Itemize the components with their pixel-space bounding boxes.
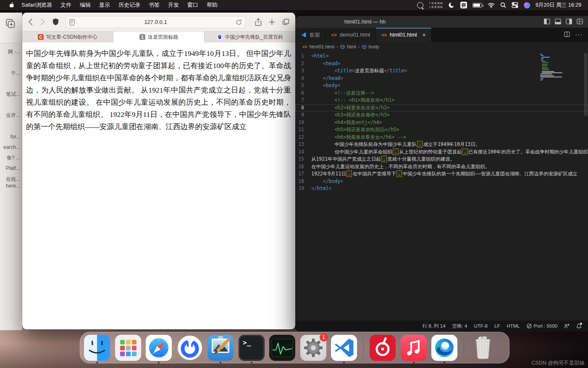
input-method-icon[interactable]: 拼 [460, 2, 467, 8]
dock-netease-music-icon[interactable] [370, 335, 396, 361]
split-editor-icon[interactable] [564, 31, 570, 39]
language-mode[interactable]: HTML [507, 323, 520, 328]
code-line[interactable]: 7 <!-- <h1>我喜欢你</h1> [295, 97, 588, 104]
spotlight-search-icon[interactable] [500, 2, 506, 8]
dock-finder-icon[interactable] [84, 335, 110, 361]
tab-welcome[interactable]: 欢迎 [295, 28, 326, 42]
dock-terminal-icon[interactable]: >_ [239, 335, 265, 361]
eol-setting[interactable]: LF [494, 323, 500, 328]
tab-page-title[interactable]: 1 这是页面标题 [113, 32, 205, 42]
menu-bar-clock[interactable]: 9月20日 周三 16:29 [536, 2, 581, 9]
background-list-item[interactable]: for... [10, 133, 20, 140]
code-line[interactable]: 11 <h5>我还是喜欢吃甜品</h5> [295, 126, 588, 134]
menu-item[interactable]: 历史记录 [114, 0, 144, 10]
network-speed[interactable]: ↑ 0.5 K/s↓ 0.5 K/s [429, 1, 443, 9]
menu-item[interactable]: Safari浏览器 [17, 0, 56, 10]
dock-edge-icon[interactable] [431, 335, 457, 361]
background-list-item[interactable]: 在线... [6, 176, 20, 183]
control-center-icon[interactable] [512, 2, 518, 8]
code-line[interactable]: 15从1921年中国共产党成立之日起，党就十分重视儿童组织的建设。 [295, 156, 588, 163]
reload-icon[interactable] [236, 19, 242, 27]
menu-item[interactable]: 帮助 [202, 0, 222, 10]
menu-item[interactable]: 编辑 [76, 0, 95, 10]
address-bar[interactable]: 127.0.0.1 [66, 16, 246, 28]
background-list-item[interactable]: 业开... [6, 112, 20, 119]
tab-overview-icon[interactable] [282, 18, 289, 26]
menu-item[interactable]: 窗口 [183, 0, 202, 10]
breadcrumb-html[interactable]: html [347, 44, 356, 49]
encoding-setting[interactable]: UTF-8 [474, 323, 488, 328]
dock-apple-music-icon[interactable] [401, 335, 427, 361]
more-actions-icon[interactable]: ··· [575, 31, 583, 39]
toggle-sidebar-icon[interactable] [544, 19, 550, 26]
new-tab-group-icon[interactable] [5, 18, 16, 31]
background-window-toolbar [0, 13, 22, 43]
toggle-panel-icon[interactable] [555, 19, 561, 26]
reader-icon[interactable] [69, 19, 75, 27]
new-tab-icon[interactable] [269, 18, 275, 26]
circle-q-app-icon[interactable] [417, 2, 423, 8]
code-editor[interactable]: 1<html>2 <head>3 <title>这是页面标题</title>4 … [295, 51, 588, 320]
code-line[interactable]: 16在中国少年儿童运动发展的历史上，不同的革命历史时期，有不同的革命儿童组织。 [295, 163, 588, 171]
code-line[interactable]: 5 <body> [295, 82, 588, 90]
menu-item[interactable]: 文件 [56, 0, 76, 10]
editor-scrollbar[interactable] [584, 53, 587, 116]
siri-icon[interactable] [524, 2, 530, 8]
background-list-item[interactable]: here... [6, 183, 20, 189]
breadcrumb-file[interactable]: html01.html [310, 44, 334, 49]
window-title: html01.html — hh [344, 19, 386, 25]
tab-demo01[interactable]: <> demo01.html [326, 28, 376, 42]
code-line[interactable]: 10 <h4>我是entj</h4> [295, 119, 588, 127]
code-line[interactable]: 19</html> [295, 185, 588, 193]
background-list-item[interactable]: Platf... [6, 165, 20, 172]
apple-menu-icon[interactable] [8, 2, 15, 8]
background-list-item[interactable]: 网 -... [8, 48, 20, 55]
code-line[interactable]: 6 <!--这是注释--> [295, 90, 588, 97]
tab-csdn[interactable]: C 写文章-CSDN创作中心 [22, 32, 113, 42]
dock-safari-icon[interactable] [146, 335, 172, 361]
tab-baidu-baike[interactable]: 中国少年先锋队_百度百科 [205, 32, 295, 42]
forward-button[interactable] [40, 18, 45, 26]
cursor-position[interactable]: 行 8, 列 14 [423, 323, 446, 329]
privacy-shield-icon[interactable] [52, 18, 59, 26]
vscode-title-bar[interactable]: html01.html — hh [295, 16, 588, 28]
safari-window: 127.0.0.1 C 写文章-CSDN创作中心 [22, 13, 295, 329]
dock-trash-icon[interactable] [470, 335, 496, 361]
back-button[interactable] [28, 18, 33, 26]
share-icon[interactable] [255, 18, 262, 26]
dock-vscode-icon[interactable] [331, 335, 357, 361]
dock-launchpad-icon[interactable] [115, 335, 141, 361]
code-line[interactable]: 171922年9月11日，在中国共产党领导下，中国少年先锋队的第一个先期组织——… [295, 170, 588, 178]
code-line[interactable]: 9 <h3>我还喜欢卷饼</h3> [295, 111, 588, 119]
focus-moon-icon[interactable] [448, 2, 455, 8]
code-line[interactable]: 14 但中国少年儿童的革命组织，从上世纪初的劳动童子团算起，已有接近100年的历… [295, 148, 588, 156]
battery-icon[interactable] [472, 3, 482, 8]
menu-item[interactable]: 显示 [95, 0, 114, 10]
background-list-item[interactable]: 隹? ... [7, 154, 20, 161]
feedback-icon[interactable] [564, 323, 570, 329]
close-tab-icon[interactable]: × [423, 32, 426, 38]
background-list-item[interactable]: earch... [3, 144, 20, 151]
toggle-secondary-sidebar-icon[interactable] [566, 19, 572, 26]
dock-screenshot-editor-icon[interactable] [207, 335, 234, 361]
menu-item[interactable]: 开发 [164, 0, 183, 10]
dock-system-settings-icon[interactable]: 1 [300, 335, 326, 361]
background-list-item[interactable]: 笔试... [6, 91, 20, 98]
menu-item[interactable]: 书签 [144, 0, 164, 10]
code-line[interactable]: 8 <h2>我更喜欢凉皮</h2> [295, 104, 588, 112]
background-list-item[interactable]: 干... [11, 70, 20, 77]
dock-chat-app-icon[interactable] [177, 335, 203, 361]
customize-layout-icon[interactable] [577, 19, 583, 26]
code-line[interactable]: 18 </body> [295, 178, 588, 185]
wifi-icon[interactable] [488, 3, 495, 8]
dock-activity-monitor-icon[interactable] [269, 335, 295, 361]
minimap[interactable] [540, 54, 566, 81]
live-server-port[interactable]: Port : 5500 [527, 323, 557, 328]
breadcrumb-body[interactable]: body [369, 44, 379, 49]
code-line[interactable]: 13 中国少年先锋队前身为中国少年儿童队，成立于1949年10月13日。 [295, 141, 588, 148]
html-file-icon: <> [381, 32, 387, 37]
code-line[interactable]: 12 <h6>我最喜欢看美女</h6> --> [295, 134, 588, 141]
indentation-setting[interactable]: 空格: 4 [452, 323, 467, 329]
tab-html01[interactable]: <> html01.html × [376, 28, 432, 42]
notifications-bell-icon[interactable] [576, 323, 582, 329]
